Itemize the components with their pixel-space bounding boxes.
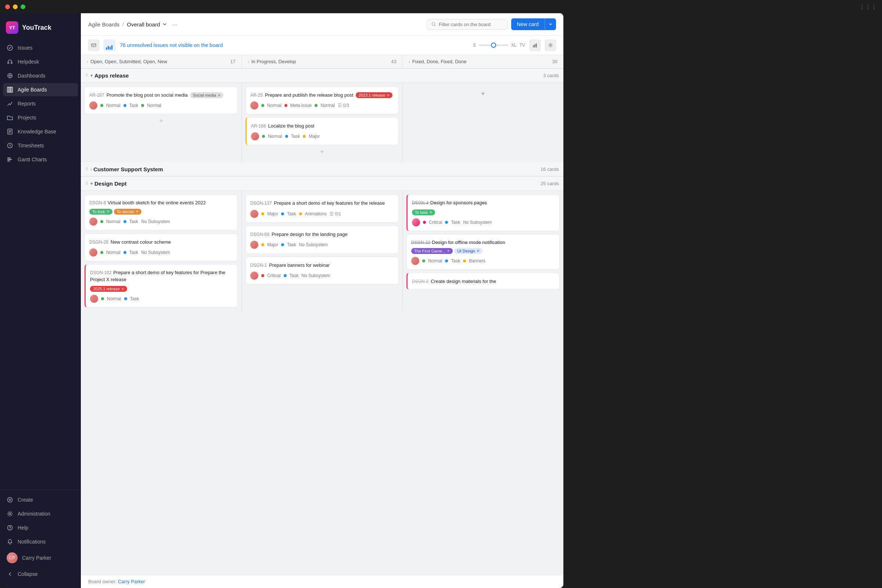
collapse-icon (7, 571, 13, 578)
plus-icon (7, 496, 13, 503)
filter-input[interactable] (439, 22, 502, 27)
swimlane-col-2-apps: AR-25 Prepare and publish the release bl… (242, 82, 403, 162)
collapse-sidebar[interactable]: Collapse (3, 567, 78, 580)
board-options-icon[interactable]: ··· (172, 21, 177, 28)
swimlane-header-customer-support[interactable]: ⠿ › Customer Support System 16 cards (81, 162, 563, 176)
sidebar-item-projects[interactable]: Projects (3, 111, 78, 124)
columns-icon (7, 86, 13, 93)
tag-ui-design[interactable]: UI Design ✕ (454, 248, 482, 254)
drag-handle-icon: ⠿ (85, 181, 88, 186)
tag-to-look-4[interactable]: To look ✕ (412, 210, 435, 215)
notifications-link[interactable]: Notifications (3, 535, 78, 548)
card-meta-AR-25: Normal Meta-issue Normal ☰ 0/3 (250, 101, 394, 110)
breadcrumb-current[interactable]: Overall board (127, 21, 167, 28)
sidebar-item-label: Agile Boards (18, 87, 46, 93)
add-card-plus[interactable]: + (478, 89, 487, 98)
tag-2025-release[interactable]: 2025.1 release ✕ (90, 286, 127, 292)
card-meta-DSGN-4: Critical Task No Subsystem (412, 218, 555, 226)
breadcrumb-parent[interactable]: Agile Boards (88, 21, 119, 28)
chart-view-button[interactable] (530, 40, 541, 51)
avatar (250, 241, 258, 249)
sidebar-item-issues[interactable]: Issues (3, 41, 78, 54)
card-meta-DSGN-137: Major Task Animations ☰ 0/1 (250, 210, 394, 218)
sidebar-logo[interactable]: YT YouTrack (0, 18, 81, 41)
sidebar-item-label: Gantt Charts (18, 156, 46, 162)
swimlane-apps-release: ⠿ ▾ Apps release 3 cards AR-167 Promote … (81, 69, 563, 162)
info-bar: 76 unresolved issues not visible on the … (81, 36, 563, 55)
create-button[interactable]: Create (3, 493, 78, 506)
filter-search-box[interactable] (427, 19, 507, 30)
new-card-button-group: New card (511, 18, 556, 30)
settings-button[interactable] (545, 40, 556, 51)
sidebar-item-timesheets[interactable]: Timesheets (3, 139, 78, 152)
sidebar-item-label: Knowledge Base (18, 129, 56, 135)
card-DSGN-102[interactable]: DSGN-102 Prepare a short demo of key fea… (84, 264, 238, 308)
new-card-button[interactable]: New card (511, 18, 544, 30)
bar-3 (110, 46, 111, 50)
card-AR-166[interactable]: AR-166 Localize the blog post Normal Tas… (246, 117, 399, 145)
board-owner-link[interactable]: Carry Parker (118, 579, 145, 584)
column-header-open: ‹ Open, Open, Submitted, Open, New 17 (81, 55, 242, 68)
tag-first-game[interactable]: The First Game... ✕ (411, 248, 453, 254)
priority-dot (261, 104, 264, 107)
chart-button[interactable] (104, 39, 116, 51)
card-DSGN-2[interactable]: DSGN-2 Create design materials for the (406, 273, 560, 290)
sidebar-item-gantt-charts[interactable]: Gantt Charts (3, 153, 78, 166)
type-dot (285, 135, 288, 138)
close-button[interactable] (5, 4, 10, 9)
card-id-title-DSGN-8: DSGN-8 Virtual booth sketch for the onli… (89, 199, 233, 206)
size-slider[interactable] (479, 45, 508, 46)
chevron-down-icon (549, 22, 552, 26)
type-dot (123, 104, 126, 107)
card-DSGN-28[interactable]: DSGN-28 New contrast colour scheme Norma… (84, 233, 238, 261)
card-id-title-DSGN-4: DSGN-4 Design for sponsors pages (412, 199, 555, 206)
sidebar-item-helpdesk[interactable]: Helpdesk (3, 55, 78, 68)
card-DSGN-8[interactable]: DSGN-8 Virtual booth sketch for the onli… (84, 194, 238, 230)
card-DSGN-4[interactable]: DSGN-4 Design for sponsors pages To look… (406, 194, 560, 231)
svg-rect-17 (536, 44, 537, 47)
card-DSGN-1[interactable]: DSGN-1 Prepare banners for webinar Criti… (246, 256, 399, 285)
priority-dot (101, 297, 104, 300)
window-menu-icon[interactable]: ⋮⋮⋮ (859, 3, 877, 10)
administration-link[interactable]: Administration (3, 507, 78, 520)
swimlane-columns-design-dept: DSGN-8 Virtual booth sketch for the onli… (81, 191, 563, 311)
size-controls: S XL TV (473, 43, 525, 48)
swimlane-header-apps-release[interactable]: ⠿ ▾ Apps release 3 cards (81, 69, 563, 82)
user-profile[interactable]: CP Carry Parker (3, 549, 78, 567)
email-icon-button[interactable] (88, 40, 99, 51)
swimlane-customer-support: ⠿ › Customer Support System 16 cards (81, 162, 563, 177)
card-DSGN-69[interactable]: DSGN-69 Prepare design for the landing p… (246, 226, 399, 254)
card-AR-167[interactable]: AR-167 Promote the blog post on social m… (84, 86, 238, 114)
tag-to-decide[interactable]: To decide ✕ (114, 209, 141, 214)
swimlane-header-design-dept[interactable]: ⠿ ▾ Design Dept 25 cards (81, 177, 563, 191)
card-AR-25[interactable]: AR-25 Prepare and publish the release bl… (246, 86, 399, 114)
sidebar-item-label: Reports (18, 101, 36, 106)
add-card-button[interactable]: + (84, 114, 238, 128)
card-meta-DSGN-102: Normal Task (90, 295, 233, 303)
maximize-button[interactable] (21, 4, 26, 9)
tag-2023-release[interactable]: 2023.1 release ✕ (356, 92, 393, 98)
new-card-dropdown[interactable] (544, 18, 556, 30)
size-tv-label: TV (519, 43, 525, 48)
slider-thumb (491, 43, 496, 48)
help-label: Help (18, 525, 28, 531)
help-link[interactable]: Help (3, 521, 78, 534)
sidebar-item-knowledge-base[interactable]: Knowledge Base (3, 125, 78, 138)
card-DSGN-137[interactable]: DSGN-137 Prepare a short demo of key fea… (246, 194, 399, 222)
card-DSGN-22[interactable]: DSGN-22 Design for offline mode notifica… (406, 234, 560, 270)
board-area: ‹ Open, Open, Submitted, Open, New 17 ‹ … (81, 55, 563, 575)
sidebar-item-dashboards[interactable]: Dashboards (3, 69, 78, 82)
sidebar-item-reports[interactable]: Reports (3, 97, 78, 110)
sidebar-item-agile-boards[interactable]: Agile Boards (3, 83, 78, 96)
tag-to-look[interactable]: To look ✕ (89, 209, 112, 214)
tag-social-media[interactable]: Social media ✕ (190, 92, 224, 98)
user-avatar: CP (7, 552, 18, 563)
book-icon (7, 128, 13, 135)
sidebar-item-label: Projects (18, 115, 36, 120)
minimize-button[interactable] (13, 4, 18, 9)
user-name: Carry Parker (22, 555, 51, 561)
card-meta-DSGN-28: Normal Task No Subsystem (89, 248, 233, 256)
svg-point-12 (9, 529, 10, 530)
add-card-button[interactable]: + (246, 145, 399, 159)
card-id-title-DSGN-102: DSGN-102 Prepare a short demo of key fea… (90, 269, 233, 283)
